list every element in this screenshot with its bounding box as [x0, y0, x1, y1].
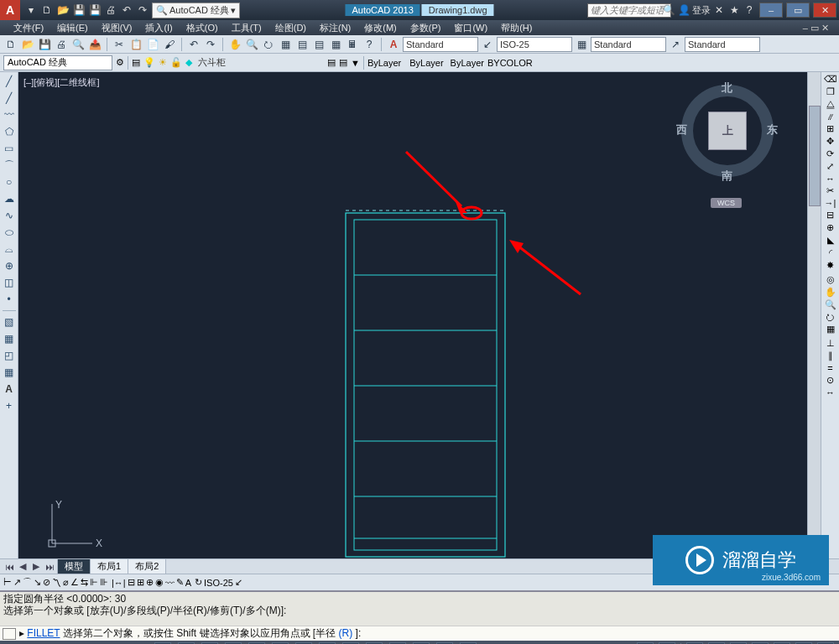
stretch-tool[interactable]: ↔ — [826, 174, 835, 184]
erase-tool[interactable]: ⌫ — [824, 74, 837, 85]
ellipse-tool[interactable]: ⬭ — [2, 225, 17, 240]
linetype-combo[interactable]: ByLayer — [404, 58, 443, 68]
window-maximize[interactable]: ▭ — [786, 3, 810, 18]
command-option[interactable]: (R) — [339, 627, 353, 639]
chamfer-tool[interactable]: ◣ — [827, 235, 834, 246]
dim-ang[interactable]: ∠ — [70, 577, 79, 588]
cut-btn[interactable]: ✂ — [112, 37, 127, 52]
sheet-set-btn[interactable]: ▤ — [311, 37, 326, 52]
rotate-tool[interactable]: ⟳ — [826, 148, 834, 159]
scale-tool[interactable]: ⤢ — [826, 161, 834, 172]
move-tool[interactable]: ✥ — [826, 136, 834, 147]
signin-icon[interactable]: 👤 — [677, 3, 690, 17]
open-icon[interactable]: 📂 — [56, 3, 70, 17]
dim-ord[interactable]: ↘ — [34, 577, 41, 588]
pline-tool[interactable]: 〰 — [2, 107, 17, 122]
tool-palettes-btn[interactable]: ▤ — [294, 37, 310, 52]
command-history[interactable]: 指定圆角半径 <0.0000>: 30 选择第一个对象或 [放弃(U)/多段线(… — [0, 592, 839, 626]
plot-icon[interactable]: 🖨 — [104, 3, 117, 17]
nav-pan[interactable]: ✋ — [825, 287, 836, 298]
signin-label[interactable]: 登录 — [692, 4, 711, 17]
tab-next-icon[interactable]: ▶ — [30, 561, 42, 573]
plot-btn[interactable]: 🖨 — [54, 37, 69, 52]
open-btn[interactable]: 📂 — [20, 37, 35, 52]
dim-tedit[interactable]: A — [185, 578, 191, 588]
preview-btn[interactable]: 🔍 — [70, 37, 86, 52]
dim-style-mgr[interactable]: ↙ — [235, 577, 242, 588]
array-tool[interactable]: ⊞ — [826, 123, 834, 134]
menu-dropdown-icon[interactable]: ▾ — [24, 3, 38, 17]
tolerance[interactable]: ⊞ — [137, 577, 144, 588]
window-close[interactable]: ✕ — [813, 3, 836, 18]
exchange-icon[interactable]: ✕ — [712, 3, 726, 17]
help-btn[interactable]: ? — [362, 37, 377, 52]
constraint-1[interactable]: ⊥ — [826, 338, 835, 349]
ws-settings-icon[interactable]: ⚙ — [116, 57, 124, 68]
polygon-tool[interactable]: ⬠ — [2, 124, 17, 139]
center-mark[interactable]: ⊕ — [146, 577, 154, 588]
menu-dim[interactable]: 标注(N) — [313, 21, 357, 35]
app-logo[interactable]: A — [0, 0, 20, 20]
dim-quick[interactable]: ⇆ — [81, 577, 88, 588]
constraint-5[interactable]: ↔ — [826, 387, 835, 397]
offset-tool[interactable]: ⫽ — [826, 112, 835, 122]
mleader-combo[interactable]: Standard — [685, 37, 760, 52]
scrollbar-thumb[interactable] — [809, 106, 821, 206]
line-tool[interactable]: ╱ — [2, 74, 17, 89]
dimstyle-icon[interactable]: ↙ — [480, 37, 495, 52]
dim-aligned[interactable]: ↗ — [13, 577, 21, 588]
redo-icon[interactable]: ↷ — [136, 3, 149, 17]
vertical-scrollbar[interactable] — [807, 72, 821, 558]
help-search-input[interactable] — [587, 3, 671, 18]
ellipsearc-tool[interactable]: ⌓ — [2, 242, 17, 257]
dim-edit[interactable]: ✎ — [176, 577, 184, 588]
showmotion[interactable]: ▦ — [826, 324, 835, 335]
palette-btn[interactable]: ▦ — [278, 37, 293, 52]
insert-tool[interactable]: ⊕ — [2, 258, 17, 273]
menu-window[interactable]: 窗口(W) — [447, 21, 494, 35]
dim-linear[interactable]: ⊢ — [3, 577, 12, 588]
trim-tool[interactable]: ✂ — [826, 185, 834, 196]
break-tool[interactable]: ⊟ — [826, 210, 834, 221]
match-btn[interactable]: 🖌 — [162, 37, 177, 52]
qcalc-btn[interactable]: 🖩 — [345, 37, 360, 52]
saveas-icon[interactable]: 💾 — [88, 3, 102, 17]
publish-btn[interactable]: 📤 — [87, 37, 102, 52]
window-minimize[interactable]: – — [759, 3, 783, 18]
new-icon[interactable]: 🗋 — [40, 3, 54, 17]
xline-tool[interactable]: ╱ — [2, 91, 17, 106]
menu-file[interactable]: 文件(F) — [7, 21, 50, 35]
layer-color-icon[interactable]: ◆ — [185, 57, 192, 68]
new-btn[interactable]: 🗋 — [3, 37, 18, 52]
lineweight-combo[interactable]: ByLayer — [447, 58, 484, 68]
dim-cont[interactable]: ⊪ — [100, 577, 108, 588]
jog-line[interactable]: 〰 — [165, 578, 175, 588]
rectangle-tool[interactable]: ▭ — [2, 141, 17, 156]
lock-icon[interactable]: 🔓 — [170, 57, 182, 68]
mleader-icon[interactable]: ↗ — [668, 37, 683, 52]
markup-btn[interactable]: ▦ — [328, 37, 343, 52]
dim-space[interactable]: |↔| — [112, 578, 126, 588]
dim-update[interactable]: ↻ — [195, 577, 202, 588]
tab-layout2[interactable]: 布局2 — [128, 558, 166, 574]
gradient-tool[interactable]: ▦ — [2, 331, 17, 346]
pan-btn[interactable]: ✋ — [227, 37, 242, 52]
command-line[interactable]: ▸ FILLET 选择第二个对象，或按住 Shift 键选择对象以应用角点或 [… — [0, 626, 839, 641]
dim-jog[interactable]: 〽 — [52, 578, 61, 588]
explode-tool[interactable]: ✸ — [826, 260, 834, 271]
constraint-3[interactable]: = — [827, 363, 832, 373]
tablestyle-icon[interactable]: ▦ — [574, 37, 589, 52]
stayconn-icon[interactable]: ★ — [727, 3, 741, 17]
menu-view[interactable]: 视图(V) — [95, 21, 139, 35]
save-icon[interactable]: 💾 — [72, 3, 86, 17]
join-tool[interactable]: ⊕ — [826, 222, 834, 233]
menu-tools[interactable]: 工具(T) — [225, 21, 268, 35]
fillet-tool[interactable]: ◜ — [829, 247, 832, 258]
table-tool[interactable]: ▦ — [2, 365, 17, 380]
tab-model[interactable]: 模型 — [57, 558, 91, 574]
dim-dia[interactable]: ⌀ — [63, 577, 69, 588]
nav-wheel[interactable]: ◎ — [826, 274, 835, 285]
circle-tool[interactable]: ○ — [2, 174, 17, 190]
addselected-tool[interactable]: + — [2, 398, 17, 413]
point-tool[interactable]: • — [2, 292, 17, 307]
